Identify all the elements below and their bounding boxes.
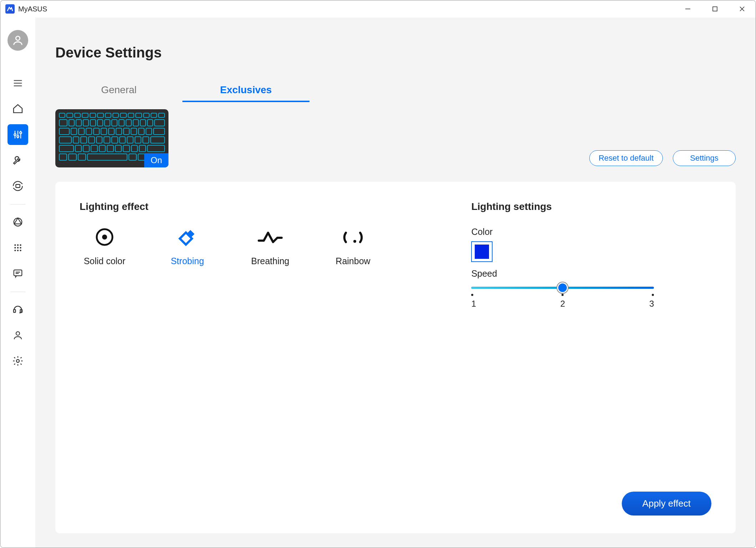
message-icon[interactable]: [7, 263, 28, 284]
svg-point-13: [14, 244, 16, 246]
keyboard-preview[interactable]: On: [55, 109, 168, 167]
tab-exclusives[interactable]: Exclusives: [182, 79, 309, 102]
svg-point-16: [14, 247, 16, 248]
reset-to-default-button[interactable]: Reset to default: [589, 150, 663, 166]
device-settings-icon[interactable]: [7, 124, 28, 145]
user-icon[interactable]: [7, 325, 28, 346]
breathing-icon: [257, 227, 283, 247]
sidebar-divider: [10, 292, 25, 292]
speed-label: Speed: [471, 268, 711, 279]
svg-point-19: [14, 250, 16, 251]
gear-icon[interactable]: [7, 351, 28, 371]
effect-label: Strobing: [171, 256, 204, 266]
effect-label: Breathing: [251, 256, 289, 266]
svg-rect-22: [14, 270, 22, 276]
svg-rect-8: [16, 185, 20, 188]
menu-icon[interactable]: [7, 73, 28, 94]
wrench-icon[interactable]: [7, 150, 28, 171]
window-controls: [674, 0, 756, 17]
svg-point-4: [16, 36, 20, 40]
lighting-settings-title: Lighting settings: [471, 201, 711, 212]
speed-slider[interactable]: [471, 287, 654, 289]
keyboard-on-badge: On: [144, 153, 168, 167]
svg-point-21: [20, 250, 21, 251]
effect-label: Rainbow: [336, 256, 370, 266]
app-badge-icon[interactable]: [7, 212, 28, 232]
settings-card: Lighting effect Solid color: [55, 182, 736, 533]
effect-rainbow[interactable]: Rainbow: [328, 227, 378, 266]
lighting-effect-title: Lighting effect: [80, 201, 471, 212]
page-title: Device Settings: [55, 45, 736, 61]
avatar[interactable]: [7, 30, 28, 51]
svg-point-14: [17, 244, 19, 246]
close-button[interactable]: [729, 0, 756, 17]
effect-solid-color[interactable]: Solid color: [80, 227, 130, 266]
svg-point-17: [17, 247, 19, 248]
maximize-button[interactable]: [701, 0, 729, 17]
home-icon[interactable]: [7, 99, 28, 119]
update-icon[interactable]: [7, 176, 28, 196]
speed-ticks: 1 2 3: [471, 294, 654, 309]
speed-tick-label: 1: [471, 299, 476, 309]
svg-rect-32: [186, 230, 195, 238]
effect-breathing[interactable]: Breathing: [245, 227, 295, 266]
tab-general[interactable]: General: [55, 79, 182, 102]
minimize-button[interactable]: [674, 0, 701, 17]
svg-point-27: [16, 332, 20, 335]
headset-icon[interactable]: [7, 299, 28, 320]
grid-icon[interactable]: [7, 237, 28, 258]
svg-point-33: [353, 240, 356, 243]
color-value: [475, 245, 489, 259]
strobing-icon: [176, 227, 199, 247]
app-title: MyASUS: [18, 5, 47, 13]
svg-point-30: [102, 235, 107, 240]
speed-tick-label: 3: [649, 299, 654, 309]
apply-effect-button[interactable]: Apply effect: [622, 492, 711, 516]
effect-strobing[interactable]: Strobing: [162, 227, 212, 266]
svg-rect-25: [14, 310, 15, 312]
svg-rect-1: [713, 7, 717, 11]
speed-slider-thumb[interactable]: [557, 282, 568, 293]
sidebar: [0, 17, 35, 548]
svg-point-18: [20, 247, 21, 248]
color-swatch[interactable]: [471, 241, 493, 262]
tabs: General Exclusives: [55, 79, 736, 102]
main-content: Device Settings General Exclusives On Re…: [35, 17, 756, 548]
rainbow-icon: [342, 227, 364, 247]
svg-point-20: [17, 250, 19, 251]
color-label: Color: [471, 227, 711, 237]
svg-point-28: [16, 360, 19, 362]
speed-tick-label: 2: [560, 299, 565, 309]
effect-label: Solid color: [84, 256, 126, 266]
svg-point-15: [20, 244, 21, 246]
solid-color-icon: [95, 227, 115, 247]
app-icon: [5, 4, 15, 14]
titlebar: MyASUS: [0, 0, 756, 17]
sidebar-divider: [10, 204, 25, 205]
settings-button[interactable]: Settings: [673, 150, 736, 166]
